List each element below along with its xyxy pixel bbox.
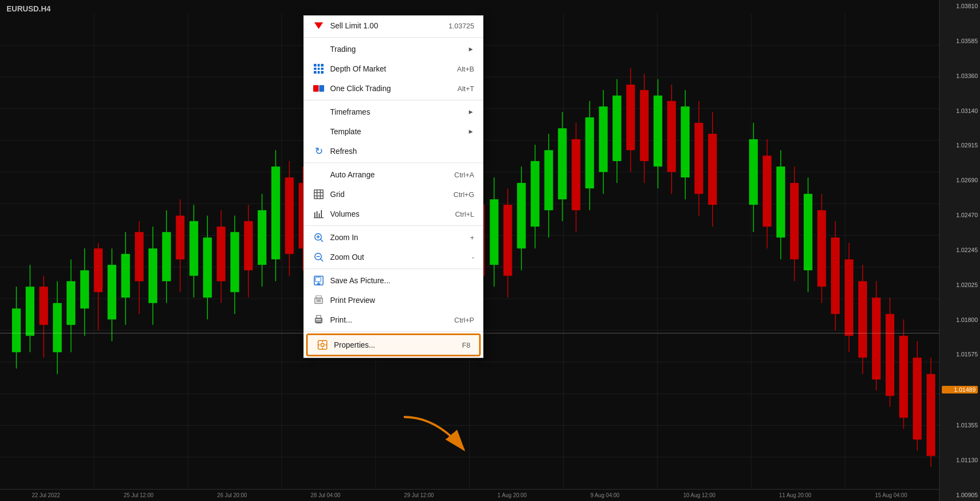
menu-shortcut-zoom-out: - bbox=[472, 253, 474, 261]
svg-rect-44 bbox=[148, 248, 157, 303]
menu-item-zoom-out[interactable]: Zoom Out - bbox=[304, 247, 483, 267]
price-label: 1.01355 bbox=[942, 422, 978, 428]
svg-point-161 bbox=[321, 319, 322, 320]
menu-shortcut-properties: F8 bbox=[462, 341, 470, 349]
menu-separator bbox=[304, 100, 483, 100]
menu-item-save-as-picture[interactable]: Save As Picture... bbox=[304, 271, 483, 290]
time-label: 1 Aug 20:00 bbox=[498, 492, 527, 498]
menu-item-print[interactable]: Print... Ctrl+P bbox=[304, 310, 483, 330]
menu-label-depth: Depth Of Market bbox=[330, 64, 457, 73]
menu-label-zoom-in: Zoom In bbox=[330, 233, 470, 242]
menu-item-sell-limit[interactable]: Sell Limit 1.00 1.03725 bbox=[304, 16, 483, 35]
price-label: 1.03810 bbox=[942, 3, 978, 9]
menu-item-trading[interactable]: Trading ► bbox=[304, 39, 483, 59]
svg-rect-84 bbox=[585, 117, 594, 188]
refresh-icon: ↻ bbox=[313, 145, 325, 157]
price-label: 1.02915 bbox=[942, 142, 978, 148]
menu-label-oneclick: One Click Trading bbox=[330, 84, 457, 93]
price-label: 1.01800 bbox=[942, 317, 978, 323]
svg-line-147 bbox=[320, 259, 323, 261]
svg-rect-30 bbox=[53, 303, 62, 352]
menu-label-refresh: Refresh bbox=[330, 147, 474, 156]
menu-shortcut-zoom-in: + bbox=[470, 234, 474, 242]
depth-of-market-icon bbox=[313, 63, 325, 75]
svg-rect-48 bbox=[176, 216, 184, 259]
menu-shortcut-grid: Ctrl+G bbox=[453, 190, 474, 199]
svg-rect-72 bbox=[504, 205, 512, 276]
time-label: 29 Jul 12:00 bbox=[404, 492, 434, 498]
menu-label-properties: Properties... bbox=[334, 341, 462, 349]
price-label: 1.02025 bbox=[942, 282, 978, 288]
template-icon bbox=[313, 126, 325, 138]
svg-rect-38 bbox=[107, 265, 116, 319]
menu-shortcut-sell-limit: 1.03725 bbox=[449, 22, 474, 30]
price-label: 1.01130 bbox=[942, 457, 978, 463]
menu-label-auto-arrange: Auto Arrange bbox=[330, 170, 455, 179]
menu-item-auto-arrange[interactable]: Auto Arrange Ctrl+A bbox=[304, 165, 483, 184]
price-axis: 1.03810 1.03585 1.03360 1.03140 1.02915 … bbox=[939, 0, 980, 501]
svg-rect-82 bbox=[572, 139, 581, 210]
menu-item-properties[interactable]: Properties... F8 bbox=[306, 333, 481, 356]
menu-label-timeframes: Timeframes bbox=[330, 108, 463, 116]
time-label: 22 Jul 2022 bbox=[32, 492, 60, 498]
time-axis: 22 Jul 2022 25 Jul 12:00 26 Jul 20:00 28… bbox=[0, 489, 939, 501]
time-label: 25 Jul 12:00 bbox=[124, 492, 154, 498]
svg-rect-80 bbox=[558, 128, 567, 199]
svg-rect-78 bbox=[545, 150, 553, 210]
svg-rect-106 bbox=[763, 156, 772, 226]
menu-item-volumes[interactable]: Volumes Ctrl+L bbox=[304, 204, 483, 224]
price-label: 1.02470 bbox=[942, 212, 978, 218]
arrow-icon: ► bbox=[468, 108, 474, 116]
menu-shortcut-print: Ctrl+P bbox=[455, 316, 474, 324]
context-menu: Sell Limit 1.00 1.03725 Trading ► Depth … bbox=[303, 15, 483, 358]
print-preview-icon bbox=[313, 294, 325, 306]
svg-rect-24 bbox=[12, 308, 21, 352]
svg-rect-64 bbox=[285, 177, 294, 254]
price-label: 1.01575 bbox=[942, 351, 978, 357]
time-label: 15 Aug 04:00 bbox=[875, 492, 907, 498]
menu-item-grid[interactable]: Grid Ctrl+G bbox=[304, 184, 483, 204]
menu-item-print-preview[interactable]: Print Preview bbox=[304, 290, 483, 310]
svg-rect-52 bbox=[203, 237, 212, 297]
svg-rect-110 bbox=[790, 183, 799, 259]
price-label: 1.03360 bbox=[942, 73, 978, 79]
arrow-icon: ► bbox=[468, 45, 474, 53]
menu-label-volumes: Volumes bbox=[330, 210, 455, 218]
svg-rect-86 bbox=[599, 106, 608, 172]
zoom-in-icon bbox=[313, 231, 325, 243]
menu-item-one-click-trading[interactable]: One Click Trading Alt+T bbox=[304, 79, 483, 98]
menu-shortcut-depth: Alt+B bbox=[457, 65, 474, 73]
svg-rect-60 bbox=[258, 210, 266, 265]
menu-item-timeframes[interactable]: Timeframes ► bbox=[304, 102, 483, 122]
properties-icon bbox=[316, 339, 328, 351]
svg-rect-116 bbox=[831, 237, 840, 314]
price-label: 1.02690 bbox=[942, 177, 978, 183]
svg-rect-122 bbox=[872, 297, 881, 379]
time-label: 9 Aug 04:00 bbox=[590, 492, 619, 498]
menu-item-depth-of-market[interactable]: Depth Of Market Alt+B bbox=[304, 59, 483, 79]
menu-label-template: Template bbox=[330, 127, 463, 136]
svg-rect-100 bbox=[695, 123, 703, 194]
svg-rect-102 bbox=[708, 134, 717, 205]
svg-rect-126 bbox=[899, 336, 908, 417]
svg-rect-98 bbox=[681, 106, 690, 177]
menu-label-grid: Grid bbox=[330, 190, 453, 199]
svg-rect-130 bbox=[927, 374, 935, 456]
arrow-icon: ► bbox=[468, 128, 474, 135]
svg-rect-114 bbox=[817, 210, 826, 287]
svg-rect-118 bbox=[845, 259, 853, 336]
auto-arrange-icon bbox=[313, 169, 325, 181]
svg-rect-36 bbox=[94, 248, 103, 292]
svg-rect-108 bbox=[776, 166, 785, 237]
svg-rect-135 bbox=[314, 190, 323, 199]
svg-rect-34 bbox=[80, 270, 89, 308]
menu-separator bbox=[304, 331, 483, 332]
chart-title: EURUSD.H4 bbox=[7, 4, 51, 13]
menu-item-zoom-in[interactable]: Zoom In + bbox=[304, 228, 483, 247]
menu-item-refresh[interactable]: ↻ Refresh bbox=[304, 141, 483, 161]
volumes-icon bbox=[313, 208, 325, 220]
svg-rect-88 bbox=[613, 96, 622, 161]
svg-rect-74 bbox=[517, 183, 526, 248]
menu-item-template[interactable]: Template ► bbox=[304, 122, 483, 141]
svg-rect-76 bbox=[531, 161, 540, 226]
